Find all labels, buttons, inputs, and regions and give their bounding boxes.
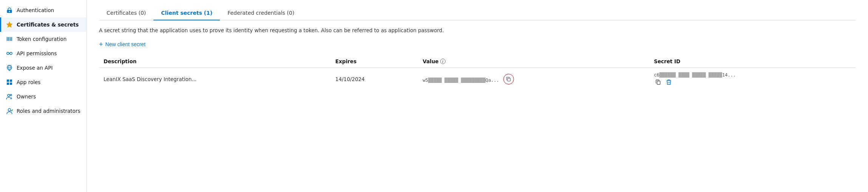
sidebar: Authentication Certificates & secrets To… [0, 0, 87, 192]
col-header-description: Description [99, 55, 331, 68]
cell-description: LeanIX SaaS Discovery Integration... [99, 68, 331, 91]
svg-rect-1 [8, 37, 9, 41]
sidebar-label-certificates: Certificates & secrets [17, 22, 79, 28]
api-permissions-icon [6, 50, 13, 57]
cell-secret-id: c6██████ ████ █████ █████14... [649, 68, 856, 91]
sidebar-label-authentication: Authentication [17, 7, 54, 13]
roles-admins-icon [6, 108, 13, 114]
sidebar-item-roles-admins[interactable]: Roles and administrators [0, 104, 87, 118]
copy-secret-id-button[interactable] [654, 78, 663, 87]
delete-secret-button[interactable] [664, 78, 673, 87]
svg-point-4 [7, 52, 9, 55]
col-header-expires: Expires [331, 55, 418, 68]
sidebar-item-token-config[interactable]: Token configuration [0, 32, 87, 46]
sidebar-item-owners[interactable]: Owners [0, 89, 87, 104]
authentication-icon [6, 7, 13, 14]
svg-point-14 [8, 109, 11, 111]
copy-value-button[interactable] [503, 74, 514, 84]
tab-bar: Certificates (0) Client secrets (1) Fede… [99, 6, 856, 20]
svg-rect-0 [7, 37, 8, 41]
plus-icon: + [99, 41, 103, 48]
secret-id-text: c6██████ ████ █████ █████14... [654, 72, 736, 78]
svg-rect-2 [10, 37, 11, 41]
svg-rect-10 [7, 83, 9, 85]
new-client-secret-button[interactable]: + New client secret [99, 41, 145, 48]
value-text: w5█████ █████ █████████Qa... [423, 78, 502, 83]
token-config-icon [6, 36, 13, 42]
svg-point-12 [8, 94, 10, 97]
sidebar-label-token-config: Token configuration [17, 36, 67, 42]
svg-rect-8 [7, 80, 9, 82]
value-info-icon[interactable]: i [440, 59, 446, 64]
svg-rect-3 [11, 37, 12, 41]
copy-secret-icon [655, 79, 661, 85]
row-actions [654, 78, 851, 87]
col-header-value: Value i [418, 55, 650, 68]
tab-federated-credentials[interactable]: Federated credentials (0) [220, 6, 302, 20]
svg-point-13 [10, 94, 12, 96]
sidebar-item-expose-api[interactable]: Expose an API [0, 61, 87, 75]
cell-value: w5█████ █████ █████████Qa... [418, 68, 650, 91]
description-text: A secret string that the application use… [99, 27, 856, 34]
sidebar-label-app-roles: App roles [17, 79, 40, 85]
delete-icon [666, 79, 672, 85]
tab-client-secrets[interactable]: Client secrets (1) [153, 6, 220, 20]
main-content: Certificates (0) Client secrets (1) Fede… [87, 0, 868, 192]
owners-icon [6, 93, 13, 100]
cell-expires: 14/10/2024 [331, 68, 418, 91]
sidebar-item-authentication[interactable]: Authentication [0, 3, 87, 17]
svg-rect-11 [10, 83, 12, 85]
sidebar-label-roles-admins: Roles and administrators [17, 108, 80, 114]
sidebar-item-certificates[interactable]: Certificates & secrets [0, 17, 87, 32]
certificates-icon [6, 21, 13, 28]
col-header-secret-id: Secret ID [649, 55, 856, 68]
sidebar-label-owners: Owners [17, 94, 36, 100]
secrets-table: Description Expires Value i Secret ID Le… [99, 55, 856, 91]
expose-api-icon [6, 64, 13, 71]
app-roles-icon [6, 79, 13, 86]
svg-point-5 [10, 52, 12, 55]
table-row: LeanIX SaaS Discovery Integration... 14/… [99, 68, 856, 91]
sidebar-item-app-roles[interactable]: App roles [0, 75, 87, 89]
sidebar-label-api-permissions: API permissions [17, 50, 57, 56]
sidebar-item-api-permissions[interactable]: API permissions [0, 46, 87, 61]
svg-rect-15 [507, 78, 510, 81]
tab-certificates[interactable]: Certificates (0) [99, 6, 153, 20]
svg-rect-16 [657, 81, 660, 84]
svg-rect-9 [10, 80, 12, 82]
sidebar-label-expose-api: Expose an API [17, 65, 53, 71]
copy-icon [506, 76, 511, 82]
